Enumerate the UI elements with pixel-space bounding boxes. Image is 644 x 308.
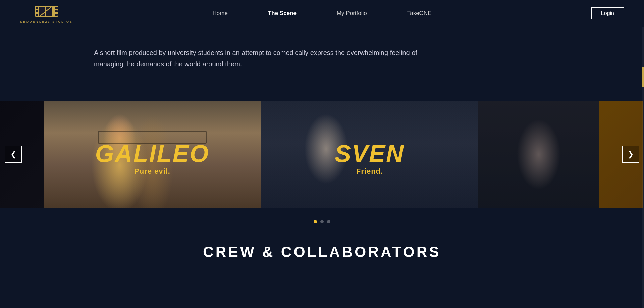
slide-galileo: GALILEO Pure evil. [44,101,261,208]
site-header: SEQUENCE21 STUDIOS Home The Scene My Por… [0,0,644,27]
galileo-name: GALILEO [95,142,210,166]
next-arrow-icon: ❯ [628,150,634,159]
nav-scene[interactable]: The Scene [268,10,297,17]
galileo-role: Pure evil. [95,167,210,176]
nav-home[interactable]: Home [213,10,228,17]
svg-rect-3 [36,14,38,16]
svg-rect-6 [55,14,58,16]
svg-rect-2 [36,10,38,12]
scrollbar-thumb [642,67,644,87]
nav-takeone[interactable]: TakeONE [407,10,432,17]
dot-1[interactable] [314,220,317,223]
carousel-section: ❮ GALILEO Pure evil. SVEN Friend. [0,94,644,215]
svg-rect-1 [36,7,38,9]
svg-rect-8 [46,7,52,16]
prev-arrow-icon: ❮ [10,150,16,159]
hero-description: A short film produced by university stud… [94,47,429,70]
scrollbar[interactable] [642,0,644,308]
slide-third [478,101,599,208]
logo-icon [33,3,60,19]
carousel-next-button[interactable]: ❯ [622,146,639,163]
svg-rect-4 [55,7,58,9]
svg-rect-5 [55,10,58,12]
crew-section: CREW & COLLABORATORS [0,230,644,260]
slide-sven-label: SVEN Friend. [335,142,405,176]
nav-portfolio[interactable]: My Portfolio [337,10,367,17]
dot-3[interactable] [327,220,330,223]
logo-text: SEQUENCE21 STUDIOS [20,20,73,23]
carousel-prev-button[interactable]: ❮ [5,146,22,163]
crew-title: CREW & COLLABORATORS [0,244,644,260]
carousel-dots [0,215,644,230]
slide-galileo-label: GALILEO Pure evil. [95,142,210,176]
main-nav: Home The Scene My Portfolio TakeONE [213,10,432,17]
slide-sven: SVEN Friend. [261,101,478,208]
sven-name: SVEN [335,142,405,166]
logo-area[interactable]: SEQUENCE21 STUDIOS [20,3,73,23]
carousel-track: GALILEO Pure evil. SVEN Friend. [0,101,644,208]
sven-role: Friend. [335,167,405,176]
dot-2[interactable] [320,220,324,223]
login-button[interactable]: Login [591,7,624,19]
hero-section: A short film produced by university stud… [0,27,644,94]
